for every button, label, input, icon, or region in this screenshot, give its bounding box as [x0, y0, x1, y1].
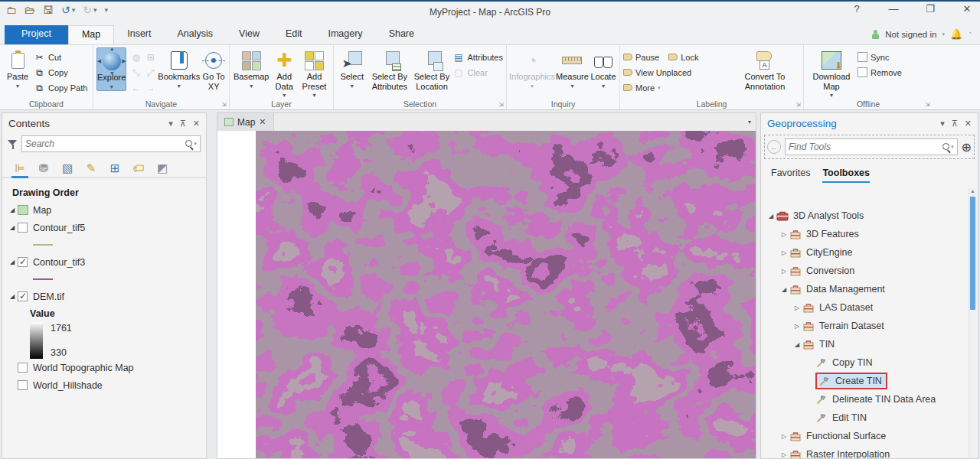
- add-toolbox-icon[interactable]: ⊕: [962, 140, 972, 155]
- sync-button[interactable]: Sync: [858, 50, 902, 63]
- close-button[interactable]: ✕: [959, 3, 975, 15]
- pin-icon[interactable]: ⊼: [180, 119, 186, 129]
- measure-button[interactable]: Measure▾: [556, 47, 589, 90]
- layer-item[interactable]: World_Hillshade: [2, 376, 206, 394]
- scroll-up-icon[interactable]: ▲: [969, 187, 976, 195]
- maximize-button[interactable]: ❐: [922, 3, 939, 15]
- expand-arrow-icon[interactable]: ▷: [779, 433, 789, 440]
- add-data-button[interactable]: ✚ Add Data▾: [271, 47, 297, 99]
- select-by-attributes-button[interactable]: Select By Attributes: [368, 47, 410, 91]
- toolbox-tree-item[interactable]: ▷CityEngine: [761, 243, 967, 262]
- layer-item[interactable]: ◢Map: [2, 201, 206, 219]
- tab-view[interactable]: View: [226, 25, 273, 44]
- go-to-xy-button[interactable]: Go To XY: [201, 47, 226, 91]
- toolbox-tree-item[interactable]: Copy TIN: [761, 353, 967, 372]
- toolbox-tree-item[interactable]: ▷Conversion: [761, 262, 967, 280]
- toolbox-tree-item[interactable]: ◢TIN: [761, 335, 967, 353]
- contour-line-swatch[interactable]: [33, 244, 53, 246]
- toolbox-tree-item[interactable]: ▷LAS Dataset: [761, 298, 967, 317]
- pause-labeling-button[interactable]: Pause: [623, 50, 659, 63]
- list-by-perspective-icon[interactable]: ◩: [154, 160, 171, 178]
- download-map-button[interactable]: Download Map▾: [807, 47, 856, 99]
- tab-share[interactable]: Share: [376, 25, 427, 44]
- expand-arrow-icon[interactable]: ◢: [7, 293, 18, 300]
- toolbox-tree-item[interactable]: ◢3D Analyst Tools: [761, 207, 967, 225]
- find-tools-input[interactable]: [789, 142, 942, 152]
- select-by-location-button[interactable]: Select By Location: [412, 47, 451, 91]
- contents-search-input[interactable]: [25, 138, 185, 149]
- toolbox-tree-item[interactable]: Create TIN: [761, 372, 967, 390]
- view-unplaced-button[interactable]: View Unplaced: [623, 66, 737, 79]
- layer-item[interactable]: World Topographic Map: [2, 359, 206, 376]
- panel-menu-icon[interactable]: ▾: [940, 119, 945, 129]
- view-list-caret-icon[interactable]: ▾: [748, 119, 751, 125]
- list-by-editing-icon[interactable]: ✎: [83, 160, 100, 178]
- expand-arrow-icon[interactable]: ◢: [7, 259, 18, 265]
- tab-project[interactable]: Project: [5, 25, 68, 44]
- close-view-icon[interactable]: ✕: [259, 117, 266, 127]
- copy-button[interactable]: ⧉Copy: [34, 66, 87, 79]
- back-icon[interactable]: ←: [767, 140, 781, 154]
- layer-visibility-checkbox[interactable]: [18, 291, 28, 301]
- layer-item[interactable]: ◢Contour_tif3: [2, 253, 206, 271]
- remove-button[interactable]: Remove: [858, 66, 902, 79]
- map-view-tab[interactable]: Map ✕: [217, 113, 274, 131]
- help-button[interactable]: ?: [848, 3, 865, 15]
- toolbox-tree-item[interactable]: Edit TIN: [761, 409, 967, 427]
- list-by-drawing-order-icon[interactable]: ⊫: [11, 160, 28, 178]
- search-icon[interactable]: [942, 142, 951, 151]
- convert-to-annotation-button[interactable]: A Convert To Annotation: [738, 47, 792, 91]
- tab-favorites[interactable]: Favorites: [771, 168, 810, 183]
- cut-button[interactable]: ✂Cut: [34, 50, 87, 63]
- expand-arrow-icon[interactable]: ▷: [792, 323, 802, 330]
- toolbox-tree-item[interactable]: ◢Data Management: [761, 280, 967, 298]
- infographics-button[interactable]: ◔ Infographics▾: [510, 47, 554, 90]
- copy-path-button[interactable]: ⧉Copy Path: [34, 81, 87, 94]
- selected-tool-highlight[interactable]: Create TIN: [815, 373, 887, 389]
- scrollbar-thumb[interactable]: [970, 197, 975, 310]
- expand-arrow-icon[interactable]: ▷: [779, 231, 789, 238]
- toolbox-tree-item[interactable]: ▷Terrain Dataset: [761, 317, 967, 335]
- contour-line-swatch[interactable]: [33, 278, 53, 280]
- previous-next-extent-buttons[interactable]: ←→: [130, 81, 156, 94]
- list-by-labeling-icon[interactable]: 🏷: [130, 160, 147, 178]
- notifications-icon[interactable]: 🔔: [950, 28, 962, 40]
- expand-arrow-icon[interactable]: ◢: [7, 224, 18, 231]
- tab-toolboxes[interactable]: Toolboxes: [822, 168, 870, 183]
- full-extent-button[interactable]: ◍⊞: [130, 50, 156, 63]
- tab-imagery[interactable]: Imagery: [315, 25, 375, 44]
- elevation-gradient-swatch[interactable]: [30, 322, 43, 359]
- panel-menu-icon[interactable]: ▾: [168, 119, 173, 129]
- paste-button[interactable]: Paste▾: [3, 47, 32, 90]
- expand-arrow-icon[interactable]: ▷: [779, 451, 789, 458]
- search-icon[interactable]: [185, 139, 194, 148]
- map-canvas[interactable]: [217, 131, 756, 458]
- tab-insert[interactable]: Insert: [114, 25, 164, 44]
- add-preset-button[interactable]: Add Preset▾: [299, 47, 330, 99]
- list-by-selection-icon[interactable]: ▧: [59, 160, 76, 178]
- dem-contour-raster[interactable]: [256, 131, 756, 458]
- layer-visibility-checkbox[interactable]: [18, 363, 28, 373]
- tab-edit[interactable]: Edit: [273, 25, 315, 44]
- expand-arrow-icon[interactable]: ▷: [779, 268, 789, 275]
- list-by-data-source-icon[interactable]: ⛃: [35, 160, 52, 178]
- toolbox-tree-item[interactable]: Delineate TIN Data Area: [761, 390, 967, 409]
- list-by-snapping-icon[interactable]: ⊞: [106, 160, 123, 178]
- expand-arrow-icon[interactable]: ▷: [779, 249, 789, 256]
- locate-button[interactable]: Locate▾: [590, 47, 616, 90]
- toolbox-tree-item[interactable]: ▷3D Features: [761, 225, 967, 243]
- select-button[interactable]: ➤ Select▾: [337, 47, 367, 90]
- close-panel-icon[interactable]: ✕: [965, 119, 972, 129]
- collapse-arrow-icon[interactable]: ◢: [779, 286, 789, 293]
- layer-item[interactable]: ◢Contour_tif5: [2, 219, 206, 236]
- minimize-button[interactable]: —: [885, 3, 902, 15]
- lock-labels-button[interactable]: Lock: [668, 50, 698, 63]
- toolbox-tree-item[interactable]: ▷Functional Surface: [761, 427, 967, 445]
- close-panel-icon[interactable]: ✕: [193, 119, 200, 129]
- toolbox-tree-scrollbar[interactable]: ▲: [969, 187, 976, 458]
- tab-analysis[interactable]: Analysis: [165, 25, 227, 44]
- tab-map[interactable]: Map: [68, 25, 114, 44]
- layer-visibility-checkbox[interactable]: [18, 257, 28, 267]
- collapse-ribbon-icon[interactable]: ⌃: [968, 31, 972, 37]
- clear-button[interactable]: ▢Clear: [453, 66, 503, 79]
